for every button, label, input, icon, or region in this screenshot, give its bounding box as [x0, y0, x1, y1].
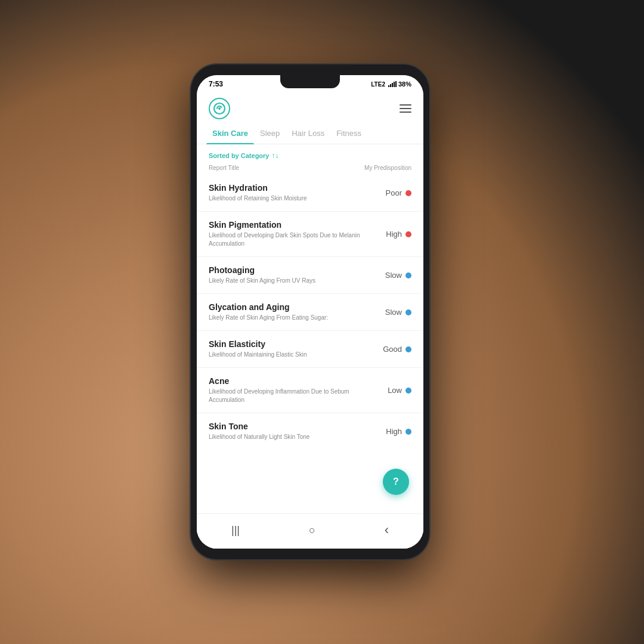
report-title-skin-hydration: Skin Hydration [209, 183, 379, 193]
svg-rect-1 [390, 84, 391, 87]
status-time: 7:53 [209, 80, 223, 88]
report-title-skin-tone: Skin Tone [209, 422, 379, 431]
report-info-acne: Acne Likelihood of Developing Inflammati… [209, 376, 388, 404]
bottom-nav: ||| ○ ‹ [197, 513, 423, 549]
report-status-skin-hydration: Poor [386, 188, 411, 197]
signal-icon [388, 81, 397, 87]
report-item-photoaging[interactable]: Photoaging Likely Rate of Skin Aging Fro… [197, 257, 423, 294]
app-logo [209, 98, 230, 119]
report-info-skin-elasticity: Skin Elasticity Likelihood of Maintainin… [209, 339, 383, 359]
status-text-acne: Low [388, 386, 402, 395]
status-text-skin-elasticity: Good [383, 345, 402, 354]
report-item-skin-elasticity[interactable]: Skin Elasticity Likelihood of Maintainin… [197, 331, 423, 368]
report-title-skin-elasticity: Skin Elasticity [209, 339, 376, 349]
report-subtitle-glycation: Likely Rate of Skin Aging From Eating Su… [209, 314, 378, 322]
tab-fitness[interactable]: Fitness [330, 124, 367, 144]
col-header-title: Report Title [209, 165, 239, 171]
status-dot-skin-tone [405, 429, 411, 435]
report-item-skin-pigmentation[interactable]: Skin Pigmentation Likelihood of Developi… [197, 212, 423, 257]
report-title-photoaging: Photoaging [209, 265, 378, 275]
status-right: LTE2 38% [371, 80, 411, 88]
report-info-photoaging: Photoaging Likely Rate of Skin Aging Fro… [209, 265, 385, 285]
status-dot-acne [405, 388, 411, 394]
report-info-skin-hydration: Skin Hydration Likelihood of Retaining S… [209, 183, 386, 203]
status-text-skin-hydration: Poor [386, 188, 402, 197]
hamburger-line-1 [400, 104, 411, 106]
report-subtitle-photoaging: Likely Rate of Skin Aging From UV Rays [209, 277, 378, 285]
app-content: Skin Care Sleep Hair Loss Fitness Sorted… [197, 91, 423, 549]
battery-text: 38% [398, 80, 411, 88]
scene: 7:53 LTE2 38% [0, 0, 644, 644]
status-text-photoaging: Slow [385, 271, 402, 280]
svg-point-6 [218, 107, 221, 110]
logo-svg [213, 102, 226, 115]
report-status-skin-pigmentation: High [386, 230, 411, 239]
report-status-acne: Low [388, 386, 411, 395]
report-subtitle-skin-pigmentation: Likelihood of Developing Dark Skin Spots… [209, 231, 379, 248]
phone-device: 7:53 LTE2 38% [191, 64, 429, 559]
report-item-acne[interactable]: Acne Likelihood of Developing Inflammati… [197, 368, 423, 413]
menu-button[interactable] [400, 104, 411, 113]
nav-tabs: Skin Care Sleep Hair Loss Fitness [197, 124, 423, 144]
app-header [197, 91, 423, 124]
svg-rect-2 [392, 83, 393, 87]
report-subtitle-acne: Likelihood of Developing Inflammation Du… [209, 388, 380, 404]
signal-label: LTE2 [371, 81, 385, 88]
report-title-acne: Acne [209, 376, 380, 386]
report-subtitle-skin-elasticity: Likelihood of Maintaining Elastic Skin [209, 351, 376, 359]
report-status-skin-tone: High [386, 427, 411, 436]
report-subtitle-skin-tone: Likelihood of Naturally Light Skin Tone [209, 433, 379, 441]
report-title-skin-pigmentation: Skin Pigmentation [209, 220, 379, 230]
status-dot-skin-hydration [405, 190, 411, 196]
svg-rect-0 [388, 85, 389, 87]
report-info-glycation: Glycation and Aging Likely Rate of Skin … [209, 302, 385, 322]
nav-back[interactable]: ‹ [375, 520, 398, 540]
svg-rect-4 [395, 81, 397, 87]
phone-screen: 7:53 LTE2 38% [197, 75, 423, 549]
report-item-skin-tone[interactable]: Skin Tone Likelihood of Naturally Light … [197, 413, 423, 450]
fab-icon: ? [393, 476, 399, 487]
fab-help-button[interactable]: ? [383, 469, 409, 495]
sort-label-text: Sorted by Category [209, 152, 269, 159]
status-dot-skin-elasticity [405, 346, 411, 352]
report-status-skin-elasticity: Good [383, 345, 411, 354]
status-text-skin-pigmentation: High [386, 230, 402, 239]
report-item-skin-hydration[interactable]: Skin Hydration Likelihood of Retaining S… [197, 175, 423, 212]
status-text-skin-tone: High [386, 427, 402, 436]
report-item-glycation[interactable]: Glycation and Aging Likely Rate of Skin … [197, 294, 423, 331]
report-status-glycation: Slow [385, 308, 411, 317]
status-dot-skin-pigmentation [405, 231, 411, 237]
nav-home[interactable]: ○ [299, 522, 325, 539]
column-headers: Report Title My Predisposition [197, 163, 423, 175]
status-text-glycation: Slow [385, 308, 402, 317]
svg-rect-3 [394, 82, 395, 87]
report-info-skin-pigmentation: Skin Pigmentation Likelihood of Developi… [209, 220, 386, 248]
report-info-skin-tone: Skin Tone Likelihood of Naturally Light … [209, 422, 386, 441]
hamburger-line-2 [400, 108, 411, 109]
tab-sleep[interactable]: Sleep [254, 124, 286, 144]
status-dot-photoaging [405, 273, 411, 278]
col-header-predisposition: My Predisposition [364, 165, 411, 171]
nav-recent-apps[interactable]: ||| [222, 522, 249, 539]
report-subtitle-skin-hydration: Likelihood of Retaining Skin Moisture [209, 194, 379, 203]
tab-hair-loss[interactable]: Hair Loss [286, 124, 330, 144]
phone-notch [280, 75, 340, 88]
sort-bar: Sorted by Category ↑↓ [197, 144, 423, 163]
report-title-glycation: Glycation and Aging [209, 302, 378, 312]
sort-label[interactable]: Sorted by Category ↑↓ [209, 151, 411, 160]
report-status-photoaging: Slow [385, 271, 411, 280]
sort-icon: ↑↓ [271, 151, 278, 160]
hamburger-line-3 [400, 112, 411, 113]
status-dot-glycation [405, 309, 411, 315]
tab-skin-care[interactable]: Skin Care [206, 124, 254, 144]
report-list: Skin Hydration Likelihood of Retaining S… [197, 175, 423, 513]
